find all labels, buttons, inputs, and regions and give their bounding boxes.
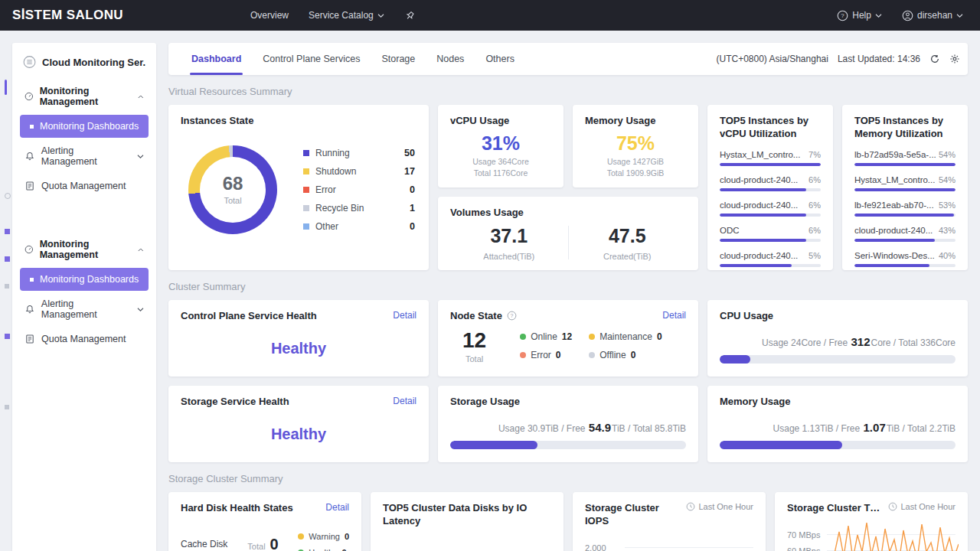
y-tick-label: 70 MBps [787,530,821,540]
legend-value: 0 [342,548,347,551]
sidebar-item-label: Alerting Management [41,145,131,167]
sidebar-item-alerting-management-2[interactable]: Alerting Management [20,292,149,326]
legend-label: Error [531,350,551,360]
usage-bar-fill [854,214,954,217]
legend-label: Online [531,331,557,342]
volumes-created-value: 47.5 [569,224,687,247]
nav-service-catalog[interactable]: Service Catalog [309,10,384,21]
sidebar-item-label: Quota Management [41,334,126,344]
legend-value: 0 [657,331,662,342]
card-title: Storage Cluster Through... [787,502,884,515]
detail-link[interactable]: Detail [325,502,349,513]
refresh-icon[interactable] [929,54,940,64]
instance-percent: 54% [939,150,956,159]
top5-row[interactable]: lb-b72ad59a-5e5a-...54% [854,150,956,166]
detail-link[interactable]: Detail [662,310,686,321]
memory-percent: 75% [585,132,686,155]
status-dot [520,352,526,358]
card-storage-cluster-iops: Storage Cluster IOPS Last One Hour 2,000… [573,492,766,551]
menu-icon[interactable] [23,55,36,69]
legend-label: Warning [309,532,340,541]
memory-progress-bar [720,441,956,449]
tab-bar-right: (UTC+0800) Asia/Shanghai Last Updated: 1… [716,54,960,64]
card-title: Control Plane Service Health [181,310,317,323]
help-menu[interactable]: ? Help [837,10,882,21]
node-total-label: Total [462,354,486,364]
usage-bar [854,239,956,242]
card-title: Storage Service Health [181,396,289,409]
axis-row: 2,000 [585,540,753,551]
rail-mark [5,80,7,95]
question-circle-icon[interactable]: ? [507,311,517,321]
storage-cluster-grid: Hard Disk Health States Detail Cache Dis… [168,492,968,551]
vcpu-total-detail: Total 1176Core [450,168,551,178]
card-vcpu-usage: vCPU Usage 31% Usage 364Core Total 1176C… [438,105,564,187]
disk-type-label: Cache Disk [181,539,227,549]
legend-swatch [303,223,309,230]
disk-total-value: 0 [270,536,279,551]
memory-usage-detail: Usage 1427GiB [585,157,686,166]
instance-name: Hystax_LM_contro... [854,175,935,184]
legend-item-running: Running 50 [303,148,415,158]
nav-overview[interactable]: Overview [250,10,289,21]
top5-row[interactable]: Seri-Windows-Des...40% [854,251,956,267]
detail-link[interactable]: Detail [393,396,416,406]
sidebar-group-monitoring-management[interactable]: Monitoring Management [20,80,149,113]
legend-value: 0 [410,221,415,232]
tab-nodes[interactable]: Nodes [426,43,475,75]
top5-row[interactable]: cloud-product-240...6% [720,201,821,217]
memory-progress-fill [720,441,842,449]
hard-disk-body: Cache Disk Total 0 Warning 0 Hea [181,532,349,551]
tab-others[interactable]: Others [475,43,525,75]
usage-free-value: 54.9 [588,421,612,434]
legend-item-maintenance: Maintenance 0 [589,331,662,342]
period-text: Last One Hour [698,502,753,511]
rail-mark [5,405,9,409]
legend-item-offline: Offline 0 [589,350,662,360]
instance-percent: 53% [939,201,956,210]
legend-item-online: Online 12 [520,331,572,342]
top5-row[interactable]: cloud-product-240...43% [854,226,956,242]
donut-center: 68 Total [200,157,266,223]
legend-swatch [303,187,309,193]
sidebar-item-monitoring-dashboards-2[interactable]: Monitoring Dashboards [20,268,149,291]
top5-row[interactable]: cloud-product-240...5% [720,251,821,267]
help-label: Help [852,10,871,21]
detail-link[interactable]: Detail [393,310,416,321]
left-mini-rail [0,31,12,551]
instance-percent: 43% [939,226,956,235]
pin-icon[interactable] [404,10,416,21]
sidebar-item-quota-management-2[interactable]: Quota Management [20,328,149,350]
cpu-usage-line: Usage 24Core / Free 312Core / Total 336C… [720,335,956,348]
tab-storage[interactable]: Storage [371,43,426,75]
sidebar-item-quota-management[interactable]: Quota Management [20,174,149,197]
app-title: SİSTEM SALONU [0,8,123,23]
top5-row[interactable]: Hystax_LM_contro...54% [854,175,956,191]
cpu-progress-fill [720,355,750,364]
top5-row[interactable]: lb-fe921eab-ab70-...53% [854,201,956,217]
sidebar-header: Cloud Monitoring Ser... [20,54,149,80]
usage-bar-fill [854,188,956,191]
card-title: Instances State [181,115,416,128]
tab-dashboard[interactable]: Dashboard [181,43,252,75]
card-title: TOP5 Instances by Memory Utilization [854,115,956,141]
top5-row[interactable]: Hystax_LM_contro...7% [720,150,821,166]
memory-usage-line: Usage 1.13TiB / Free 1.07TiB / Total 2.2… [720,421,956,434]
card-title: Storage Usage [450,396,686,409]
sidebar-item-monitoring-dashboards[interactable]: Monitoring Dashboards [20,115,149,138]
instance-name: cloud-product-240... [720,175,798,184]
legend-value: 1 [410,203,415,214]
card-title: Volumes Usage [450,207,686,220]
health-status: Healthy [181,340,416,357]
y-tick-label: 2,000 [585,543,619,551]
chevron-down-icon [875,13,882,18]
node-total-value: 12 [462,329,486,353]
sidebar-item-alerting-management[interactable]: Alerting Management [20,139,149,173]
sidebar-group-monitoring-management-2[interactable]: Monitoring Management [20,233,149,266]
tab-control-plane-services[interactable]: Control Plane Services [252,43,371,75]
top5-row[interactable]: ODC6% [720,226,821,242]
user-menu[interactable]: dirsehan [902,10,963,21]
top5-row[interactable]: cloud-product-240...6% [720,175,821,191]
card-instances-state: Instances State 68 Total Running 50 [168,105,429,270]
gear-icon[interactable] [949,54,960,64]
